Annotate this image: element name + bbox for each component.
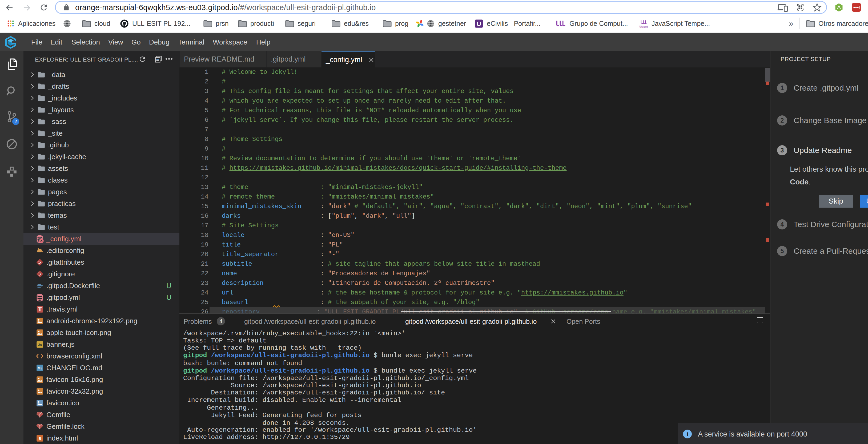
svg-text:Js: Js (38, 343, 41, 347)
svg-text:5: 5 (39, 436, 41, 441)
svg-text:Universidad: Universidad (639, 25, 648, 27)
svg-text:de La Laguna: de La Laguna (640, 27, 648, 28)
svg-text:M↓: M↓ (37, 366, 42, 370)
